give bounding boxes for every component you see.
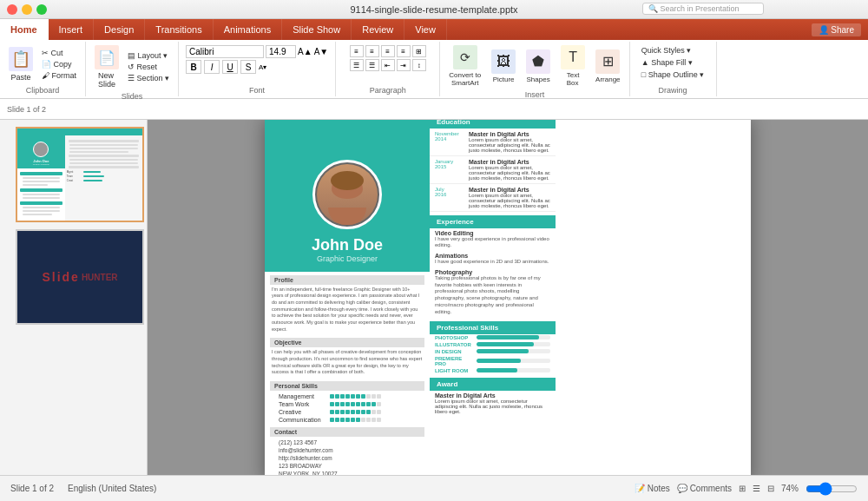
- window-controls[interactable]: [7, 4, 47, 15]
- thumb-avatar: [33, 142, 49, 157]
- shape-fill-button[interactable]: ▲ Shape Fill ▾: [638, 57, 707, 68]
- layout-button[interactable]: ▤ Layout ▾: [124, 50, 173, 61]
- increase-font-button[interactable]: A▲: [298, 47, 312, 56]
- indent-increase-button[interactable]: ⇥: [397, 59, 411, 71]
- numbered-list-button[interactable]: ☰: [365, 59, 379, 71]
- shape-outline-button[interactable]: □ Shape Outline ▾: [638, 69, 707, 80]
- indent-decrease-button[interactable]: ⇤: [381, 59, 395, 71]
- experience-header: Experience: [430, 215, 556, 228]
- pro-skill-lightroom: LIGHT ROOM: [430, 367, 556, 374]
- slide-thumb-1[interactable]: 1 John Doe Graphic Designer: [3, 127, 143, 222]
- document-title: 9114-single-slide-resume-template.pptx: [350, 4, 517, 15]
- maximize-button[interactable]: [36, 4, 47, 15]
- slide-panel: 1 John Doe Graphic Designer: [0, 120, 148, 475]
- format-button[interactable]: 🖌 Format: [38, 70, 80, 81]
- strikethrough-button[interactable]: S: [240, 60, 256, 74]
- edu-entry-2: January2015 Master in Digital Arts Lorem…: [430, 156, 556, 184]
- zoom-slider[interactable]: [806, 482, 858, 496]
- ribbon-tabs: Home Insert Design Transitions Animation…: [0, 19, 868, 40]
- close-button[interactable]: [7, 4, 17, 15]
- justify-button[interactable]: ≡: [397, 45, 411, 57]
- quick-styles-button[interactable]: Quick Styles ▾: [638, 45, 707, 56]
- cut-button[interactable]: ✂ Cut: [38, 48, 80, 58]
- paragraph-group: ≡ ≡ ≡ ≡ ⊞ ☰ ☰ ⇤ ⇥ ↕ Paragraph: [336, 42, 440, 96]
- exp-entry-3: Photography Taking professional photos i…: [430, 267, 556, 318]
- profile-name: John Doe: [312, 236, 383, 254]
- skill-creative: Creative: [270, 408, 424, 416]
- slide-profile-header: John Doe Graphic Designer: [265, 120, 430, 272]
- share-button[interactable]: 👤 Share: [812, 23, 861, 36]
- align-right-button[interactable]: ≡: [381, 45, 395, 57]
- pro-skill-illustrator: ILLUSTRATOR: [430, 341, 556, 348]
- columns-button[interactable]: ⊞: [412, 45, 426, 57]
- tab-insert[interactable]: Insert: [49, 19, 95, 40]
- decrease-font-button[interactable]: A▼: [314, 47, 329, 56]
- font-size-input[interactable]: [266, 45, 296, 58]
- bullet-list-button[interactable]: ☰: [350, 59, 364, 71]
- slides-buttons: 📄 NewSlide ▤ Layout ▾ ↺ Reset ☰ Section …: [91, 43, 173, 90]
- slide-info: Slide 1 of 2: [10, 484, 54, 493]
- shapes-button[interactable]: ⬟ Shapes: [523, 48, 554, 85]
- font-color-button[interactable]: A▾: [259, 63, 266, 71]
- tab-review[interactable]: Review: [352, 19, 404, 40]
- font-name-input[interactable]: [186, 45, 264, 58]
- copy-button[interactable]: 📄 Copy: [38, 59, 80, 69]
- profile-job-title: Graphic Designer: [317, 254, 378, 263]
- bold-button[interactable]: B: [186, 60, 201, 74]
- slides-group: 📄 NewSlide ▤ Layout ▾ ↺ Reset ☰ Section …: [86, 42, 179, 96]
- tab-home[interactable]: Home: [0, 19, 49, 40]
- section-button[interactable]: ☰ Section ▾: [124, 73, 173, 83]
- smartart-icon: ⟳: [453, 45, 477, 69]
- pro-skills-header: Professional Skills: [430, 321, 556, 334]
- title-bar: 9114-single-slide-resume-template.pptx 🔍…: [0, 0, 868, 19]
- contact-header-label: Contact: [270, 427, 424, 437]
- education-header: Education: [430, 120, 556, 129]
- slide-small-buttons: ▤ Layout ▾ ↺ Reset ☰ Section ▾: [124, 50, 173, 83]
- italic-button[interactable]: I: [204, 60, 220, 74]
- pro-skill-indesign: IN DESIGN: [430, 348, 556, 355]
- skill-communication: Communication: [270, 416, 424, 424]
- slide-counter-bar: Slide 1 of 2: [7, 105, 46, 114]
- language-indicator: English (United States): [68, 484, 156, 493]
- contact-address2: NEW YORK, NY 10027: [270, 470, 424, 475]
- underline-button[interactable]: U: [222, 60, 238, 74]
- skill-teamwork: Team Work: [270, 400, 424, 408]
- tab-design[interactable]: Design: [94, 19, 145, 40]
- profile-text: I'm an independent, full-time freelance …: [270, 285, 424, 335]
- clipboard-group: 📋 Paste ✂ Cut 📄 Copy 🖌 Format Clipboard: [0, 42, 86, 96]
- align-left-button[interactable]: ≡: [350, 45, 364, 57]
- paste-button[interactable]: 📋 Paste: [5, 45, 36, 83]
- search-bar[interactable]: 🔍 Search in Presentation: [642, 3, 764, 15]
- slide-left-column: John Doe Graphic Designer Profile I'm an…: [265, 120, 430, 475]
- view-normal[interactable]: ⊞: [739, 484, 746, 493]
- paste-icon: 📋: [9, 47, 33, 71]
- slide-thumb-2[interactable]: 2 Slide HUNTER: [3, 229, 143, 325]
- edu-entry-1: November2014 Master in Digital Arts Lore…: [430, 129, 556, 156]
- minimize-button[interactable]: [22, 4, 32, 15]
- zoom-level[interactable]: 74%: [781, 484, 799, 493]
- tab-transitions[interactable]: Transitions: [145, 19, 213, 40]
- align-center-button[interactable]: ≡: [365, 45, 379, 57]
- canvas-area: John Doe Graphic Designer Profile I'm an…: [148, 120, 868, 475]
- arrange-button[interactable]: ⊞ Arrange: [592, 48, 623, 85]
- comments-button[interactable]: 💬 Comments: [677, 484, 732, 493]
- personal-skills-header: Personal Skills: [270, 381, 424, 391]
- convert-smartart-button[interactable]: ⟳ Convert toSmartArt: [445, 43, 484, 89]
- new-slide-button[interactable]: 📄 NewSlide: [91, 43, 122, 90]
- tab-view[interactable]: View: [404, 19, 447, 40]
- clipboard-buttons: 📋 Paste ✂ Cut 📄 Copy 🖌 Format: [5, 43, 80, 84]
- slide-main[interactable]: John Doe Graphic Designer Profile I'm an…: [265, 120, 751, 475]
- picture-button[interactable]: 🖼 Picture: [488, 48, 519, 85]
- line-spacing-button[interactable]: ↕: [412, 59, 426, 71]
- tab-slideshow[interactable]: Slide Show: [282, 19, 352, 40]
- view-outline[interactable]: ☰: [753, 484, 760, 493]
- textbox-button[interactable]: T TextBox: [557, 43, 589, 89]
- view-slide-sorter[interactable]: ⊟: [767, 484, 774, 493]
- contact-phone: (212) 123 4567: [270, 438, 424, 446]
- tab-animations[interactable]: Animations: [214, 19, 282, 40]
- notes-button[interactable]: 📝 Notes: [635, 484, 670, 493]
- pro-skill-premiere: PREMIERE PRO: [430, 355, 556, 367]
- profile-avatar: [312, 160, 382, 229]
- shapes-icon: ⬟: [526, 49, 550, 74]
- reset-button[interactable]: ↺ Reset: [124, 62, 173, 72]
